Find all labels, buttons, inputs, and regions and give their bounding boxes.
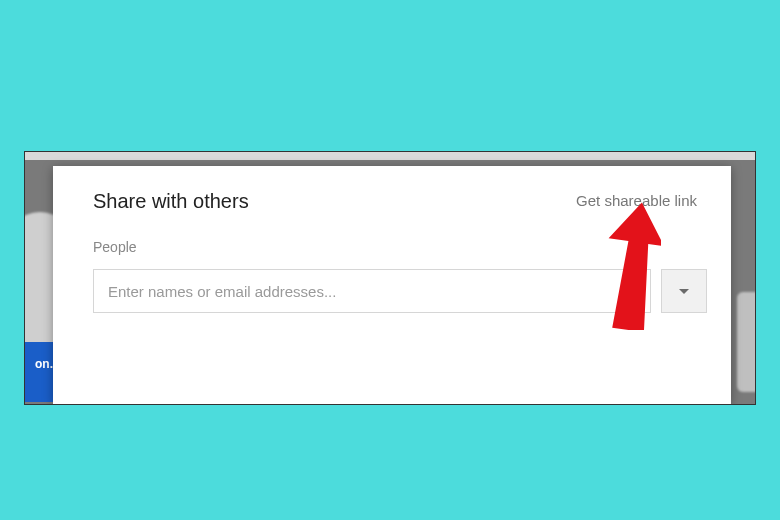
dialog-header: Share with others Get shareable link bbox=[53, 166, 731, 213]
get-shareable-link-button[interactable]: Get shareable link bbox=[576, 192, 697, 209]
background-blur-right bbox=[737, 292, 756, 392]
people-label: People bbox=[53, 213, 731, 255]
dialog-title: Share with others bbox=[93, 190, 249, 213]
share-dialog: Share with others Get shareable link Peo… bbox=[53, 166, 731, 404]
people-input-row bbox=[53, 255, 731, 313]
screenshot-frame: on. Share with others Get shareable link… bbox=[24, 151, 756, 405]
people-input[interactable] bbox=[93, 269, 651, 313]
permission-dropdown[interactable] bbox=[661, 269, 707, 313]
chevron-down-icon bbox=[679, 289, 689, 294]
